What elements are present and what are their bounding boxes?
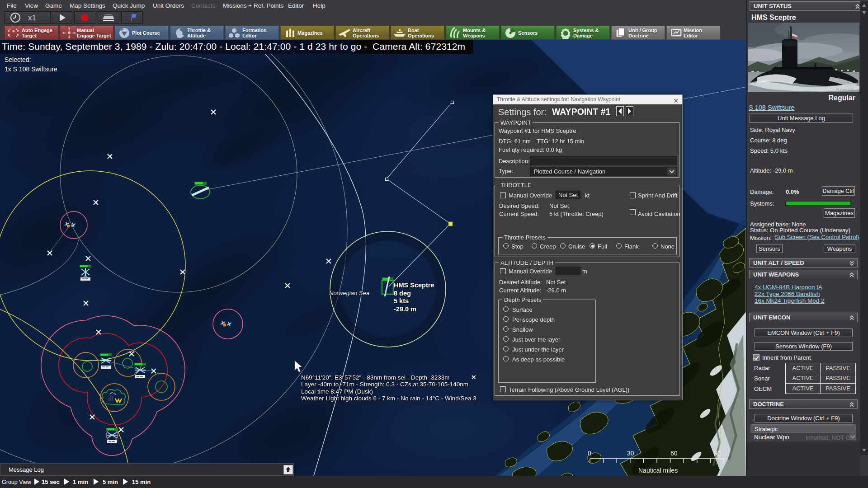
svg-text:M.Seas.Foto: M.Seas.Foto [836, 88, 854, 91]
svg-text:x1: x1 [28, 14, 36, 22]
svg-text:90: 90 [714, 450, 721, 457]
svg-text:0: 0 [588, 450, 591, 457]
svg-text:30: 30 [627, 450, 634, 457]
svg-text:60: 60 [670, 450, 678, 457]
svg-text:Nautical miles: Nautical miles [638, 467, 678, 474]
